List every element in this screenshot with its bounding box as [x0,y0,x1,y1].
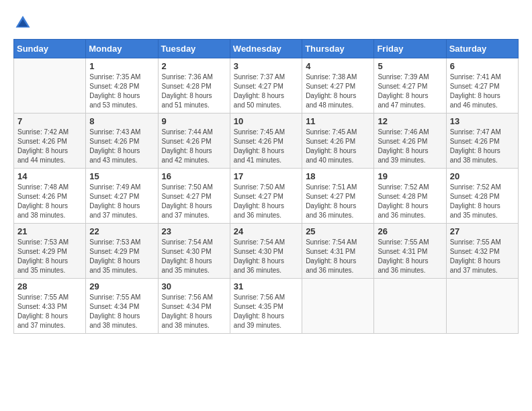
day-number: 31 [234,281,298,291]
day-info: Sunrise: 7:47 AM Sunset: 4:26 PM Dayligh… [450,128,515,165]
day-number: 8 [89,116,154,126]
day-info: Sunrise: 7:55 AM Sunset: 4:33 PM Dayligh… [17,293,82,330]
day-header-monday: Monday [86,40,158,58]
day-cell: 22Sunrise: 7:53 AM Sunset: 4:29 PM Dayli… [86,224,158,279]
day-number: 28 [17,281,82,291]
day-number: 19 [378,171,442,181]
week-row-2: 7Sunrise: 7:42 AM Sunset: 4:26 PM Daylig… [14,113,519,169]
day-info: Sunrise: 7:53 AM Sunset: 4:29 PM Dayligh… [17,238,82,275]
day-number: 23 [162,226,226,236]
day-cell: 1Sunrise: 7:35 AM Sunset: 4:28 PM Daylig… [86,58,158,113]
day-number: 20 [450,171,515,181]
day-cell: 30Sunrise: 7:56 AM Sunset: 4:34 PM Dayli… [158,279,230,334]
day-info: Sunrise: 7:50 AM Sunset: 4:27 PM Dayligh… [162,183,226,220]
day-number: 13 [450,116,515,126]
day-header-friday: Friday [374,40,446,58]
day-number: 25 [306,226,370,236]
day-info: Sunrise: 7:55 AM Sunset: 4:32 PM Dayligh… [450,238,515,275]
day-number: 1 [89,61,154,71]
calendar-table: SundayMondayTuesdayWednesdayThursdayFrid… [13,39,519,334]
day-cell: 4Sunrise: 7:38 AM Sunset: 4:27 PM Daylig… [302,58,374,113]
day-number: 9 [162,116,226,126]
day-info: Sunrise: 7:39 AM Sunset: 4:27 PM Dayligh… [378,73,442,110]
day-info: Sunrise: 7:41 AM Sunset: 4:27 PM Dayligh… [450,73,515,110]
day-info: Sunrise: 7:54 AM Sunset: 4:30 PM Dayligh… [234,238,298,275]
day-info: Sunrise: 7:46 AM Sunset: 4:26 PM Dayligh… [378,128,442,165]
day-info: Sunrise: 7:54 AM Sunset: 4:30 PM Dayligh… [162,238,226,275]
day-cell: 18Sunrise: 7:51 AM Sunset: 4:27 PM Dayli… [302,169,374,224]
day-info: Sunrise: 7:53 AM Sunset: 4:29 PM Dayligh… [89,238,154,275]
day-number: 2 [162,61,226,71]
day-number: 7 [17,116,82,126]
day-cell: 13Sunrise: 7:47 AM Sunset: 4:26 PM Dayli… [446,113,518,169]
day-cell: 23Sunrise: 7:54 AM Sunset: 4:30 PM Dayli… [158,224,230,279]
header [13,13,519,32]
day-cell: 25Sunrise: 7:54 AM Sunset: 4:31 PM Dayli… [302,224,374,279]
day-number: 4 [306,61,370,71]
day-number: 26 [378,226,442,236]
day-info: Sunrise: 7:55 AM Sunset: 4:34 PM Dayligh… [89,293,154,330]
day-cell [446,279,518,334]
day-number: 15 [89,171,154,181]
day-cell: 19Sunrise: 7:52 AM Sunset: 4:28 PM Dayli… [374,169,446,224]
day-cell: 6Sunrise: 7:41 AM Sunset: 4:27 PM Daylig… [446,58,518,113]
day-number: 12 [378,116,442,126]
day-info: Sunrise: 7:43 AM Sunset: 4:26 PM Dayligh… [89,128,154,165]
day-cell [14,58,86,113]
day-info: Sunrise: 7:56 AM Sunset: 4:34 PM Dayligh… [162,293,226,330]
day-cell: 11Sunrise: 7:45 AM Sunset: 4:26 PM Dayli… [302,113,374,169]
day-cell: 17Sunrise: 7:50 AM Sunset: 4:27 PM Dayli… [230,169,302,224]
day-number: 24 [234,226,298,236]
day-info: Sunrise: 7:45 AM Sunset: 4:26 PM Dayligh… [306,128,370,165]
day-cell: 9Sunrise: 7:44 AM Sunset: 4:26 PM Daylig… [158,113,230,169]
day-header-thursday: Thursday [302,40,374,58]
day-number: 5 [378,61,442,71]
day-header-tuesday: Tuesday [158,40,230,58]
day-cell: 12Sunrise: 7:46 AM Sunset: 4:26 PM Dayli… [374,113,446,169]
day-info: Sunrise: 7:50 AM Sunset: 4:27 PM Dayligh… [234,183,298,220]
day-number: 14 [17,171,82,181]
day-cell: 14Sunrise: 7:48 AM Sunset: 4:26 PM Dayli… [14,169,86,224]
day-number: 22 [89,226,154,236]
day-cell [302,279,374,334]
day-info: Sunrise: 7:52 AM Sunset: 4:28 PM Dayligh… [450,183,515,220]
day-number: 16 [162,171,226,181]
week-row-4: 21Sunrise: 7:53 AM Sunset: 4:29 PM Dayli… [14,224,519,279]
day-info: Sunrise: 7:51 AM Sunset: 4:27 PM Dayligh… [306,183,370,220]
day-number: 30 [162,281,226,291]
day-number: 3 [234,61,298,71]
day-cell: 7Sunrise: 7:42 AM Sunset: 4:26 PM Daylig… [14,113,86,169]
day-number: 21 [17,226,82,236]
day-header-saturday: Saturday [446,40,518,58]
day-header-wednesday: Wednesday [230,40,302,58]
day-cell: 26Sunrise: 7:55 AM Sunset: 4:31 PM Dayli… [374,224,446,279]
day-info: Sunrise: 7:45 AM Sunset: 4:26 PM Dayligh… [234,128,298,165]
day-header-sunday: Sunday [14,40,86,58]
day-info: Sunrise: 7:54 AM Sunset: 4:31 PM Dayligh… [306,238,370,275]
day-cell [374,279,446,334]
day-number: 6 [450,61,515,71]
calendar-body: 1Sunrise: 7:35 AM Sunset: 4:28 PM Daylig… [14,58,519,334]
day-info: Sunrise: 7:37 AM Sunset: 4:27 PM Dayligh… [234,73,298,110]
week-row-1: 1Sunrise: 7:35 AM Sunset: 4:28 PM Daylig… [14,58,519,113]
calendar-header: SundayMondayTuesdayWednesdayThursdayFrid… [14,40,519,58]
day-cell: 29Sunrise: 7:55 AM Sunset: 4:34 PM Dayli… [86,279,158,334]
day-cell: 20Sunrise: 7:52 AM Sunset: 4:28 PM Dayli… [446,169,518,224]
day-cell: 21Sunrise: 7:53 AM Sunset: 4:29 PM Dayli… [14,224,86,279]
day-cell: 8Sunrise: 7:43 AM Sunset: 4:26 PM Daylig… [86,113,158,169]
day-cell: 31Sunrise: 7:56 AM Sunset: 4:35 PM Dayli… [230,279,302,334]
day-info: Sunrise: 7:48 AM Sunset: 4:26 PM Dayligh… [17,183,82,220]
day-cell: 2Sunrise: 7:36 AM Sunset: 4:28 PM Daylig… [158,58,230,113]
day-info: Sunrise: 7:35 AM Sunset: 4:28 PM Dayligh… [89,73,154,110]
day-number: 18 [306,171,370,181]
logo-icon [13,13,32,32]
week-row-3: 14Sunrise: 7:48 AM Sunset: 4:26 PM Dayli… [14,169,519,224]
day-cell: 28Sunrise: 7:55 AM Sunset: 4:33 PM Dayli… [14,279,86,334]
day-info: Sunrise: 7:42 AM Sunset: 4:26 PM Dayligh… [17,128,82,165]
day-info: Sunrise: 7:52 AM Sunset: 4:28 PM Dayligh… [378,183,442,220]
day-number: 29 [89,281,154,291]
day-info: Sunrise: 7:44 AM Sunset: 4:26 PM Dayligh… [162,128,226,165]
day-info: Sunrise: 7:55 AM Sunset: 4:31 PM Dayligh… [378,238,442,275]
header-row: SundayMondayTuesdayWednesdayThursdayFrid… [14,40,519,58]
day-number: 17 [234,171,298,181]
